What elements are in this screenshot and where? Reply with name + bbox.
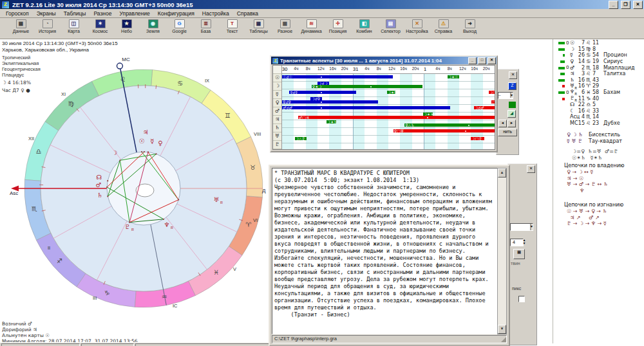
planet-glyph-♂[interactable]: ♂ (96, 181, 102, 188)
planet-position-row[interactable]: ☽15♍8 (558, 46, 643, 53)
menu-item-Разное[interactable]: Разное (90, 10, 115, 17)
zoom-z-icon[interactable]: Z (508, 82, 516, 90)
toolbar-button-Комбин[interactable]: ◧Комбин (351, 19, 377, 33)
menu-item-Настройка[interactable]: Настройка (198, 10, 233, 17)
transit-minimize-button[interactable]: _ (468, 57, 477, 64)
close-button[interactable]: ✕ (633, 1, 643, 9)
step-back-button[interactable]: ◂ (498, 120, 507, 127)
toolbar-button-Выход[interactable]: ➜Выход (457, 19, 483, 33)
toolbar-button-Карта[interactable]: ◫Карта (61, 19, 87, 33)
toolbar-button-Динамика[interactable]: ≋Динамика (298, 19, 325, 33)
toolbar-button-Селектор[interactable]: ▤Селектор (377, 19, 404, 33)
toolbar-button-Космос[interactable]: ✶Космос (87, 19, 113, 33)
transit-aspect-bar[interactable]: ☽□☿ (489, 91, 495, 94)
transit-aspect-bar[interactable]: ☿☌☿ (289, 91, 355, 94)
menu-item-Экраны[interactable]: Экраны (33, 10, 60, 17)
position-sign: ♌ (586, 120, 592, 126)
planet-position-row[interactable]: 0♂2♏18Миаплацид (558, 64, 643, 71)
planet-position-row[interactable]: ♀14♋19Сириус (558, 59, 643, 65)
transit-aspect-bar[interactable]: ♀☌♀ (282, 100, 378, 104)
toolbar-button-Таблицы[interactable]: ▦Таблицы (245, 19, 272, 33)
dialog-checkbox[interactable] (518, 296, 525, 302)
planet-position-row[interactable]: 0☉7♌11 (558, 40, 643, 46)
asc-label: Asc (10, 190, 18, 196)
transit-aspect-bar[interactable]: ☉☌☉ (282, 75, 393, 78)
transit-aspect-bar[interactable]: ♀✶☽ (312, 85, 422, 88)
dialog-combobox[interactable]: ▾ (510, 223, 533, 231)
planet-glyph-♀[interactable]: ♀ (158, 140, 162, 147)
toolbar-button-Данные[interactable]: ▦Данные (8, 19, 34, 33)
planet-position-row[interactable]: ♇R11♑40 (558, 95, 643, 102)
toolbar-button-Земля[interactable]: ◉Земля (140, 19, 166, 33)
toolbar-button-Небо[interactable]: ★Небо (113, 19, 140, 33)
house-label-XII: XII (28, 136, 34, 141)
dialog-close-icon[interactable]: ✕ (527, 165, 535, 173)
toolbar-button-Разное[interactable]: ▩Разное (272, 19, 298, 33)
planet-glyph-♄[interactable]: ♄ (97, 192, 103, 199)
planet-glyph: Асц (570, 114, 578, 120)
execute-button[interactable]: нить (498, 129, 517, 136)
interpretation-text[interactable]: * ТРАНЗИТНЫЙ МАРС В КВАДРАТУРЕ С ЮПИТЕРО… (272, 168, 498, 334)
planet-position-row[interactable]: ☊22♎5 (558, 102, 643, 108)
text-scrollbar[interactable]: ▲ ▼ (497, 168, 507, 334)
transit-aspect-bar[interactable]: ♀△♄ (404, 123, 495, 127)
menu-item-Таблицы[interactable]: Таблицы (60, 10, 90, 17)
planet-glyph-☊[interactable]: ☊ (97, 174, 102, 181)
scroll-up-icon[interactable]: ▲ (498, 168, 506, 178)
planet-position-row[interactable]: ♃3♌7Талитха (558, 71, 643, 77)
planet-glyph-♅[interactable]: ♅ (214, 196, 220, 203)
menu-item-Управление[interactable]: Управление (116, 10, 154, 17)
menu-item-Гороскоп[interactable]: Гороскоп (2, 10, 33, 17)
transit-aspect-bar[interactable]: ☽☌♂ (474, 106, 495, 109)
planet-position-row[interactable]: ☿26♋54Процион (558, 52, 643, 59)
transit-close-button[interactable]: ✕ (488, 57, 496, 64)
planet-glyph-♃[interactable]: ♃ (143, 129, 149, 136)
planet-glyph-♇[interactable]: ♇ (125, 223, 131, 230)
planet-glyph-☉[interactable]: ☉ (139, 138, 145, 145)
transit-aspect-bar[interactable]: ☽✶☉ (448, 75, 459, 78)
transit-window-titlebar[interactable]: Z Транзитные аспекты [30 июля ... 1 авгу… (271, 57, 497, 64)
transit-aspect-bar[interactable]: ☽✶☿ (387, 91, 396, 94)
green-swatch-icon[interactable] (509, 102, 516, 108)
transit-aspect-bar[interactable]: ♂☌♂ (282, 106, 450, 109)
panel-combobox[interactable]: –▾ (498, 92, 513, 99)
fixed-star-name: Дубхе (603, 120, 620, 126)
panel-close-icon[interactable]: ✕ (509, 71, 517, 79)
transit-aspect-bar[interactable]: □♀ (491, 100, 495, 104)
planet-glyph-☿[interactable]: ☿ (150, 138, 154, 145)
planet-glyph-♆[interactable]: ♆ (164, 221, 170, 228)
transit-maximize-button[interactable]: □ (478, 57, 486, 64)
menu-item-Справка[interactable]: Справка (233, 10, 262, 17)
transit-timeline-grid[interactable]: 304ч8ч12ч16ч20ч314ч8ч12ч16ч20ч14ч8ч12ч16… (282, 66, 495, 149)
transit-aspect-bar[interactable]: ☽△♇ (295, 137, 307, 140)
toolbar-button-Справка[interactable]: ⚠Справка (430, 19, 457, 33)
step-forward-button[interactable]: ▸ (507, 120, 516, 127)
transit-aspect-bar[interactable]: ☽□♇ (471, 137, 484, 140)
transit-aspect-bar[interactable]: ♀□♅ (393, 129, 495, 132)
position-sign: ♓ (586, 89, 592, 95)
toolbar-button-Позиция[interactable]: ✛Позиция (325, 19, 351, 33)
planet-position-row[interactable]: ☾16♌33 (558, 108, 643, 114)
toolbar-button-Google[interactable]: GGoogle (166, 19, 193, 33)
transit-aspect-bar[interactable]: ♂□♃ (298, 116, 495, 119)
dialog-button[interactable]: ▦ (513, 249, 525, 259)
toolbar-button-База[interactable]: ≣База (193, 19, 219, 33)
planet-position-row[interactable]: Асц4♏14 (558, 114, 643, 120)
toolbar-button-История[interactable]: ◔История (34, 19, 61, 33)
resize-grip[interactable] (501, 337, 506, 342)
zodiac-glyph-♐: ♐ (57, 257, 62, 264)
menu-item-Конфигурация[interactable]: Конфигурация (154, 10, 198, 17)
planet-position-row[interactable]: МС15♌23Дубхе (558, 120, 643, 127)
scroll-down-icon[interactable]: ▼ (498, 325, 506, 334)
chart-step-icon[interactable]: ◢ (507, 110, 516, 118)
chart-footer-info: Возничий ♂Дорифорий ♃Альмутен карты ☉Мин… (2, 321, 138, 344)
position-sign: ♋ (586, 59, 592, 64)
aspect-bar-label: ♀△♄ (405, 123, 414, 127)
planet-glyph-☽[interactable]: ☽ (112, 149, 118, 156)
transit-aspect-bar[interactable]: ☽✶♄ (327, 120, 336, 123)
maximize-button[interactable]: ❐ (621, 1, 630, 9)
minimize-button[interactable]: _ (609, 1, 618, 9)
toolbar-button-Настройка[interactable]: ✕Настройка (404, 19, 430, 33)
spinner-arrows-icon[interactable]: ▲▼ (522, 239, 527, 245)
toolbar-button-Текст[interactable]: ТТекст (219, 19, 245, 33)
